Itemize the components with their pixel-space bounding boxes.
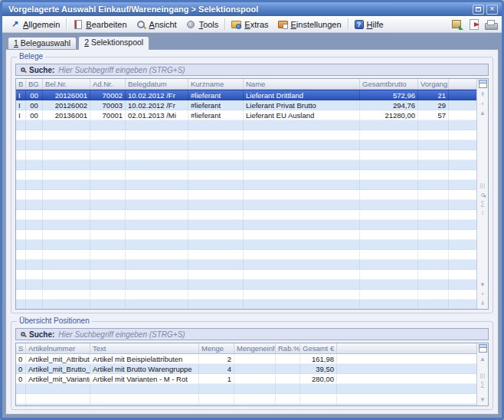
- column-chooser-icon[interactable]: [479, 80, 487, 88]
- tools-icon: [186, 20, 196, 29]
- print-icon[interactable]: [485, 19, 497, 30]
- column-header-belegdatum[interactable]: Belegdatum: [126, 79, 188, 89]
- tab-label: 2 Selektionspool: [84, 38, 143, 47]
- table-cell: [90, 404, 199, 405]
- close-button[interactable]: ×: [486, 5, 498, 15]
- go-last-icon[interactable]: ↡: [478, 300, 488, 307]
- table-cell: [43, 180, 90, 189]
- menu-separator: [348, 18, 349, 30]
- positionen-search-input[interactable]: Suche: Hier Suchbegriff eingeben (STRG+S…: [15, 328, 489, 340]
- column-header-gesamtbrutto[interactable]: Gesamtbrutto: [360, 79, 418, 89]
- table-cell: [26, 250, 43, 259]
- search-placeholder: Hier Suchbegriff eingeben (STRG+S): [58, 66, 185, 74]
- sort-icon[interactable]: ↕: [478, 210, 488, 216]
- column-header-kurzname[interactable]: Kurzname: [188, 79, 244, 89]
- table-row[interactable]: I00201260027000310.02.2012 /Fr#lieferant…: [16, 100, 476, 110]
- sum-icon[interactable]: ∑: [478, 201, 488, 207]
- column-chooser-icon[interactable]: [479, 344, 487, 353]
- table-cell: [188, 120, 244, 130]
- add-icon[interactable]: +: [478, 101, 488, 107]
- row-up-icon[interactable]: ▲: [478, 110, 488, 116]
- menu-item-extras[interactable]: Extras: [227, 19, 273, 30]
- table-cell: [244, 160, 360, 169]
- table-cell: [360, 220, 418, 229]
- table-cell: [244, 250, 360, 259]
- table-cell: [43, 170, 90, 179]
- table-cell: [244, 230, 360, 239]
- columns-icon[interactable]: |||: [478, 182, 488, 189]
- search-placeholder: Hier Suchbegriff eingeben (STRG+S): [58, 330, 185, 339]
- window-title: Vorgelagerte Auswahl Einkauf/Wareneingan…: [8, 5, 258, 14]
- belege-search-input[interactable]: Suche: Hier Suchbegriff eingeben (STRG+S…: [15, 64, 489, 76]
- column-header-b[interactable]: B: [16, 79, 26, 89]
- tab-belegauswahl[interactable]: 1 Belegauswahl: [8, 37, 77, 49]
- strip-group-top: ↟+▲: [478, 92, 488, 116]
- strip-group-middle: |||∑: [478, 372, 488, 388]
- table-cell: [126, 200, 188, 209]
- column-header-s[interactable]: S: [16, 343, 26, 353]
- table-row-empty: [16, 190, 476, 200]
- table-cell: [126, 160, 188, 169]
- menu-item-bearbeiten[interactable]: Bearbeiten: [68, 19, 131, 30]
- table-cell: [16, 300, 26, 309]
- table-cell: 0: [16, 364, 26, 373]
- table-cell: [90, 260, 126, 269]
- columns-icon[interactable]: |||: [478, 372, 488, 379]
- table-row[interactable]: I00201260017000210.02.2012 /Fr#lieferant…: [16, 90, 476, 100]
- menu-item-ansicht[interactable]: Ansicht: [132, 19, 182, 30]
- table-cell: [188, 230, 244, 239]
- go-first-icon[interactable]: ↟: [478, 92, 488, 98]
- add-icon[interactable]: +: [478, 291, 488, 297]
- magnifier-icon[interactable]: [478, 192, 488, 198]
- table-cell: Lieferant Privat Brutto: [244, 100, 360, 110]
- table-cell-filler: [337, 374, 476, 383]
- menu-item-tools[interactable]: Tools: [182, 19, 224, 30]
- table-row[interactable]: 0Artikel_mit_Varianten.Artikel mit Varia…: [16, 374, 476, 384]
- belege-table: BBGBel.Nr.Ad.Nr.BelegdatumKurznameNameGe…: [15, 78, 489, 310]
- restore-button[interactable]: [473, 5, 484, 15]
- column-header-name[interactable]: Name: [244, 79, 360, 89]
- column-header-ad-nr-[interactable]: Ad.Nr.: [90, 79, 126, 89]
- table-cell: [199, 384, 234, 393]
- table-cell-filler: [449, 140, 476, 149]
- table-cell: 4: [199, 364, 234, 373]
- table-cell: 0: [16, 374, 26, 383]
- table-cell: 1: [199, 374, 234, 383]
- table-cell: [26, 220, 43, 229]
- column-header-bg[interactable]: BG: [26, 79, 43, 89]
- row-down-icon[interactable]: ▼: [478, 397, 488, 403]
- table-row[interactable]: I00201360017000102.01.2013 /Mi#lieferant…: [16, 110, 476, 120]
- row-down-icon[interactable]: ▼: [478, 282, 488, 288]
- table-row-empty: [16, 150, 476, 160]
- table-cell: [43, 280, 90, 289]
- row-up-icon[interactable]: ▲: [478, 356, 488, 363]
- menu-item-allgemein[interactable]: ↗Allgemein: [5, 19, 64, 30]
- tab-selektionspool[interactable]: 2 Selektionspool: [78, 36, 149, 50]
- table-cell: [360, 280, 418, 289]
- table-cell: [90, 190, 126, 199]
- package-icon[interactable]: [451, 19, 463, 30]
- sum-icon[interactable]: ∑: [478, 382, 488, 388]
- table-cell: [90, 280, 126, 289]
- table-cell: [418, 200, 449, 209]
- strip-group-middle: |||∑↕: [478, 182, 488, 216]
- column-header-text[interactable]: Text: [90, 343, 199, 353]
- table-cell: [360, 230, 418, 239]
- table-row[interactable]: 0Artikel_mit_AttributenArtikel mit Beisp…: [16, 354, 476, 364]
- table-cell: [244, 190, 360, 199]
- table-row[interactable]: 0Artikel_mit_Brutto_WGArtikel mit Brutto…: [16, 364, 476, 374]
- table-cell: [26, 160, 43, 169]
- column-header-artikelnummer[interactable]: Artikelnummer: [26, 343, 90, 353]
- table-cell: [16, 200, 26, 209]
- column-header-menge[interactable]: Menge: [199, 343, 234, 353]
- report-icon[interactable]: [468, 19, 480, 30]
- column-header-bel-nr-[interactable]: Bel.Nr.: [43, 79, 90, 89]
- column-header-mengeneinheit[interactable]: Mengeneinheit: [234, 343, 276, 353]
- column-header-gesamt-[interactable]: Gesamt €: [300, 343, 337, 353]
- column-header-rab-[interactable]: Rab.%: [276, 343, 300, 353]
- table-cell: [188, 300, 244, 309]
- column-header-vorgang[interactable]: Vorgang: [418, 79, 449, 89]
- menu-item-einstellungen[interactable]: Einstellungen: [273, 19, 346, 30]
- menu-item-hilfe[interactable]: ?Hilfe: [350, 19, 388, 30]
- table-cell: [199, 394, 234, 403]
